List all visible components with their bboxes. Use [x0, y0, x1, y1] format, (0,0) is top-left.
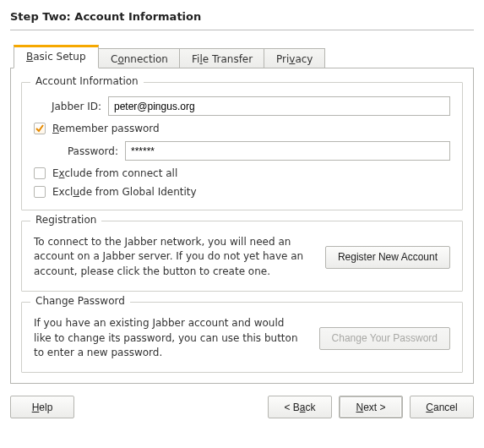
change-password-desc: If you have an existing Jabber account a… — [34, 316, 313, 360]
page-title: Step Two: Account Information — [10, 10, 474, 23]
footer: Help < Back Next > Cancel — [10, 396, 474, 418]
group-change-password: Change Password If you have an existing … — [21, 302, 463, 373]
next-button[interactable]: Next > — [339, 396, 403, 418]
cancel-button[interactable]: Cancel — [410, 396, 474, 418]
exclude-connect-all-checkbox[interactable] — [34, 167, 46, 179]
divider — [10, 30, 474, 30]
exclude-global-identity-label[interactable]: Exclude from Global Identity — [52, 186, 197, 198]
group-registration: Registration To connect to the Jabber ne… — [21, 221, 463, 292]
tab-connection[interactable]: Connection — [98, 48, 181, 68]
tab-basic-setup[interactable]: Basic Setup — [14, 45, 99, 68]
change-your-password-button: Change Your Password — [319, 327, 450, 350]
group-account-info: Account Information Jabber ID: Remember … — [21, 82, 463, 210]
back-button[interactable]: < Back — [268, 396, 332, 418]
tab-privacy[interactable]: Privacy — [264, 48, 325, 68]
jabber-id-label: Jabber ID: — [34, 101, 108, 112]
remember-password-checkbox[interactable] — [34, 123, 46, 134]
tabpanel-basic-setup: Account Information Jabber ID: Remember … — [10, 68, 474, 384]
group-title: Registration — [30, 214, 101, 226]
register-new-account-button[interactable]: Register New Account — [325, 246, 450, 269]
group-title: Change Password — [30, 295, 130, 307]
remember-password-label[interactable]: Remember password — [52, 123, 160, 134]
exclude-connect-all-label[interactable]: Exclude from connect all — [52, 167, 177, 179]
password-input[interactable] — [125, 141, 450, 161]
exclude-global-identity-checkbox[interactable] — [34, 186, 46, 198]
tab-file-transfer[interactable]: File Transfer — [179, 48, 265, 68]
help-button[interactable]: Help — [10, 396, 74, 418]
group-title: Account Information — [30, 75, 144, 87]
tabstrip: Basic Setup Connection File Transfer Pri… — [14, 46, 474, 68]
password-label: Password: — [34, 145, 125, 157]
jabber-id-input[interactable] — [108, 96, 450, 116]
registration-desc: To connect to the Jabber network, you wi… — [34, 235, 318, 279]
